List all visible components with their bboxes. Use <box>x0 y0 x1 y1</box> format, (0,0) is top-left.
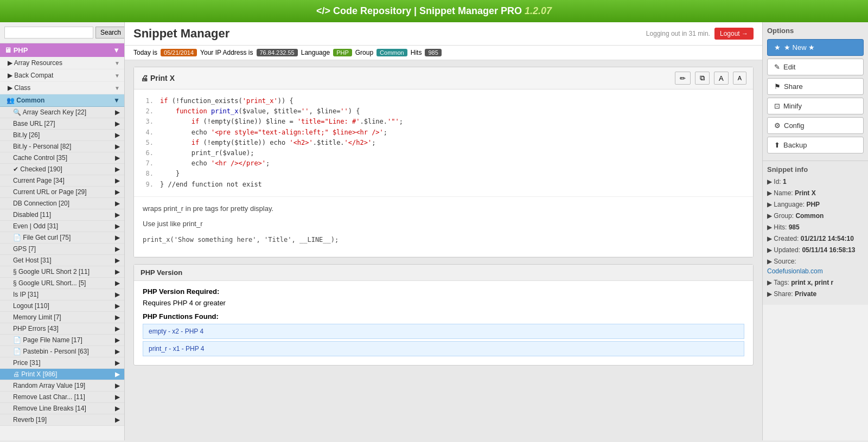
sidebar-item-base-url[interactable]: Base URL [27] ▶ <box>0 118 124 130</box>
upload-icon: ⬆ <box>774 141 780 149</box>
minify-icon: ⊡ <box>774 102 780 110</box>
arrow-icon: ▶ <box>115 143 120 150</box>
sidebar-item-bit-ly-personal[interactable]: Bit.ly - Personal [82] ▶ <box>0 141 124 152</box>
sidebar-item-google-url-short[interactable]: § Google URL Short... [5] ▶ <box>0 278 124 289</box>
backup-button[interactable]: ⬆ Backup <box>767 137 864 153</box>
sidebar-item-remove-last-char[interactable]: Remove Last Char... [11] ▶ <box>0 392 124 403</box>
chevron-icon: ▼ <box>114 85 120 91</box>
sidebar-item-pastebin[interactable]: 📄 Pastebin - Personl [63] ▶ <box>0 346 124 357</box>
desc-line-3: print_x('Show something here', 'Title', … <box>143 234 744 246</box>
arrow-icon: ▶ <box>115 348 120 355</box>
arrow-icon: ▶ <box>115 370 120 378</box>
sidebar-item-php-errors[interactable]: PHP Errors [43] ▶ <box>0 323 124 335</box>
snippet-description: wraps print_r in pre tags for pretty dis… <box>134 197 753 257</box>
sidebar-item-cache-control[interactable]: Cache Control [35] ▶ <box>0 152 124 164</box>
source-link[interactable]: Codefusionlab.com <box>767 267 823 275</box>
sidebar-item-price[interactable]: Price [31] ▶ <box>0 357 124 369</box>
right-panel: Options ★ ★ New ★ ✎ Edit ⚑ Share ⊡ Minif… <box>762 22 868 440</box>
font-decrease-button[interactable]: A <box>733 72 746 85</box>
check-icon: ✔ <box>13 165 18 173</box>
bullet-icon: ▶ <box>767 223 774 231</box>
sidebar-item-array-search-key[interactable]: 🔍 Array Search Key [22] ▶ <box>0 107 124 118</box>
doc-icon: 📄 <box>13 336 21 344</box>
php-section-header[interactable]: 🖥 PHP ▼ <box>0 43 124 57</box>
arrow-icon: ▶ <box>115 416 120 424</box>
arrow-icon: ▶ <box>115 222 120 230</box>
search-area: Search <box>0 22 124 43</box>
options-title: Options <box>767 27 864 35</box>
sidebar-item-reverb[interactable]: Reverb [19] ▶ <box>0 414 124 426</box>
sidebar-item-array-resources[interactable]: ▶ Array Resources ▼ <box>0 57 124 69</box>
sidebar-item-get-host[interactable]: Get Host [31] ▶ <box>0 255 124 266</box>
search-input[interactable] <box>4 27 93 39</box>
sidebar-item-remove-line-breaks[interactable]: Remove Line Breaks [14] ▶ <box>0 403 124 414</box>
language-label: Language <box>301 49 330 56</box>
chevron-icon: ▼ <box>114 73 120 79</box>
version-required-label: PHP Version Required: <box>143 287 744 296</box>
search-sub-icon: 🔍 <box>13 108 21 116</box>
logout-timer: Logging out in 31 min. <box>646 30 710 37</box>
edit-pencil-button[interactable]: ✏ <box>675 72 691 85</box>
php-version-header: PHP Version <box>134 265 753 281</box>
sidebar-item-random-array-value[interactable]: Random Array Value [19] ▶ <box>0 380 124 392</box>
code-block: 1.if (!function_exists('print_x')) { 2. … <box>134 89 753 197</box>
arrow-icon: ▶ <box>115 131 120 139</box>
arrow-icon: ▶ <box>115 405 120 412</box>
sidebar-item-gps[interactable]: GPS [7] ▶ <box>0 244 124 255</box>
arrow-icon: ▶ <box>115 257 120 264</box>
info-hits: ▶ Hits: 985 <box>767 222 864 232</box>
arrow-icon: ▶ <box>115 359 120 367</box>
edit-button[interactable]: ✎ Edit <box>767 59 864 75</box>
sidebar-item-checked[interactable]: ✔ Checked [190] ▶ <box>0 164 124 175</box>
sidebar-item-class[interactable]: ▶ Class ▼ <box>0 82 124 94</box>
header-title: </> Code Repository | Snippet Manager PR… <box>316 5 522 16</box>
sidebar-item-current-page[interactable]: Current Page [34] ▶ <box>0 175 124 187</box>
sidebar-item-page-file-name[interactable]: 📄 Page File Name [17] ▶ <box>0 335 124 346</box>
arrow-icon: ▶ <box>115 165 120 173</box>
sidebar-item-db-connection[interactable]: DB Connection [20] ▶ <box>0 198 124 209</box>
font-increase-button[interactable]: A <box>714 72 729 85</box>
sidebar-item-google-url-short-2[interactable]: § Google URL Short 2 [11] ▶ <box>0 266 124 278</box>
logout-area: Logging out in 31 min. Logout → <box>646 28 754 40</box>
hits-value: 985 <box>425 49 441 56</box>
arrow-icon: ▶ <box>115 200 120 207</box>
sidebar-item-common[interactable]: 👥 Common ▼ <box>0 94 124 107</box>
sidebar-item-logout[interactable]: Logout [110] ▶ <box>0 300 124 312</box>
sidebar-item-print-x[interactable]: 🖨 Print X [986] ▶ <box>0 369 124 380</box>
sidebar-item-current-url-or-page[interactable]: Current URL or Page [29] ▶ <box>0 187 124 198</box>
info-source: ▶ Source: Codefusionlab.com <box>767 257 864 276</box>
info-id: ▶ Id: 1 <box>767 177 864 187</box>
group-label: Group <box>355 49 373 56</box>
language-value: PHP <box>333 49 352 56</box>
snippet-actions: ✏ ⧉ A A <box>675 72 746 85</box>
file-icon: 📄 <box>13 234 21 241</box>
info-group: ▶ Group: Common <box>767 211 864 221</box>
new-button[interactable]: ★ ★ New ★ <box>767 39 864 56</box>
arrow-right-icon: ▶ <box>8 59 12 67</box>
php-label: PHP <box>14 46 28 54</box>
copy-button[interactable]: ⧉ <box>695 72 710 85</box>
logout-button[interactable]: Logout → <box>714 28 754 40</box>
sidebar-item-is-ip[interactable]: Is IP [31] ▶ <box>0 289 124 300</box>
minify-button[interactable]: ⊡ Minify <box>767 98 864 114</box>
info-tags: ▶ Tags: print x, print r <box>767 278 864 287</box>
arrow-icon: ▶ <box>115 325 120 332</box>
sidebar-item-even-odd[interactable]: Even | Odd [31] ▶ <box>0 221 124 232</box>
bullet-icon: ▶ <box>767 212 774 220</box>
sidebar-item-disabled[interactable]: Disabled [11] ▶ <box>0 209 124 221</box>
php-version-card: PHP Version PHP Version Required: Requir… <box>133 264 754 366</box>
sidebar-item-file-get-curl[interactable]: 📄 File Get curl [75] ▶ <box>0 232 124 244</box>
search-button[interactable]: Search <box>95 27 125 39</box>
arrow-icon: ▶ <box>115 291 120 298</box>
item-label: Array Resources <box>14 59 62 67</box>
config-button[interactable]: ⚙ Config <box>767 117 864 134</box>
snippet-title: 🖨 Print X <box>141 74 175 82</box>
sidebar-item-bit-ly[interactable]: Bit.ly [26] ▶ <box>0 130 124 141</box>
share-button[interactable]: ⚑ Share <box>767 78 864 95</box>
info-share: ▶ Share: Private <box>767 289 864 299</box>
sidebar-item-back-compat[interactable]: ▶ Back Compat ▼ <box>0 69 124 82</box>
options-section: Options ★ ★ New ★ ✎ Edit ⚑ Share ⊡ Minif… <box>763 22 868 161</box>
sidebar-item-memory-limit[interactable]: Memory Limit [7] ▶ <box>0 312 124 323</box>
share-icon: ⚑ <box>774 82 781 91</box>
ip-label: Your IP Address is <box>200 49 253 56</box>
